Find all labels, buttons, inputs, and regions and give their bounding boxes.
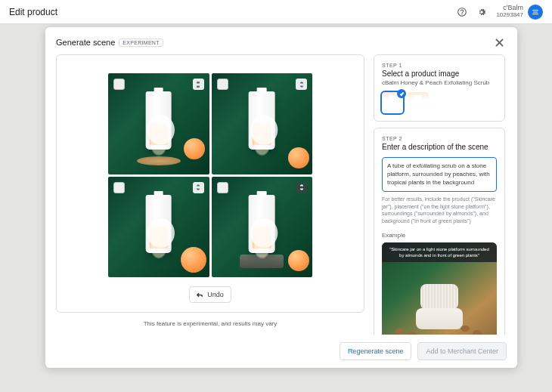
expand-icon[interactable] [193, 182, 204, 193]
step-2-card: STEP 2 Enter a description of the scene … [374, 128, 505, 335]
help-icon[interactable] [454, 4, 470, 20]
step-1-title: Select a product image [382, 69, 497, 78]
scene-description-input[interactable]: A tube of exfoliating scrub on a stone p… [382, 157, 497, 192]
modal-header: Generate scene EXPERIMENT [45, 27, 517, 54]
experiment-badge: EXPERIMENT [119, 39, 163, 47]
generated-image-2[interactable] [212, 73, 313, 174]
page-title: Edit product [9, 7, 451, 17]
generated-image-1[interactable] [108, 73, 209, 174]
undo-label: Undo [207, 291, 224, 298]
generated-image-4[interactable] [212, 177, 313, 278]
example-label: Example [382, 232, 497, 239]
generated-image-3[interactable] [108, 177, 209, 278]
avatar[interactable] [528, 5, 543, 20]
account-block[interactable]: c'Balm 10293847 [496, 5, 523, 19]
close-button[interactable] [492, 35, 507, 50]
product-image-thumb-1[interactable] [382, 92, 403, 113]
product-image-thumb-2[interactable] [408, 92, 429, 113]
example-caption: "Skincare jar on a light stone platform … [382, 242, 497, 262]
generated-gallery: Undo [56, 54, 364, 313]
results-panel: Undo This feature is experimental, and r… [56, 54, 364, 335]
expand-icon[interactable] [193, 79, 204, 90]
step-2-title: Enter a description of the scene [382, 143, 497, 151]
prompt-hint: For better results, include the product … [382, 196, 497, 224]
generate-scene-modal: Generate scene EXPERIMENT [45, 27, 517, 368]
regenerate-button[interactable]: Regenerate scene [340, 342, 412, 360]
select-checkbox[interactable] [217, 79, 228, 90]
topbar: Edit product c'Balm 10293847 [0, 0, 552, 24]
account-id: 10293847 [496, 12, 523, 19]
step-1-label: STEP 1 [382, 63, 497, 68]
gear-icon[interactable] [473, 4, 490, 20]
checkmark-icon [397, 89, 406, 98]
undo-button[interactable]: Undo [189, 286, 231, 303]
expand-icon[interactable] [296, 182, 307, 193]
modal-footer: Regenerate scene Add to Merchant Center [45, 335, 517, 368]
select-checkbox[interactable] [113, 182, 125, 193]
step-2-label: STEP 2 [382, 136, 497, 141]
expand-icon[interactable] [296, 79, 307, 90]
step-1-card: STEP 1 Select a product image cBalm Hone… [374, 54, 505, 122]
select-checkbox[interactable] [217, 182, 228, 193]
example-image: "Skincare jar on a light stone platform … [382, 242, 497, 335]
product-name: cBalm Honey & Peach Exfoliating Scrub [382, 79, 497, 86]
add-to-merchant-button[interactable]: Add to Merchant Center [417, 342, 507, 360]
select-checkbox[interactable] [113, 79, 125, 90]
disclaimer-text: This feature is experimental, and result… [56, 320, 364, 327]
modal-title: Generate scene [56, 38, 115, 47]
